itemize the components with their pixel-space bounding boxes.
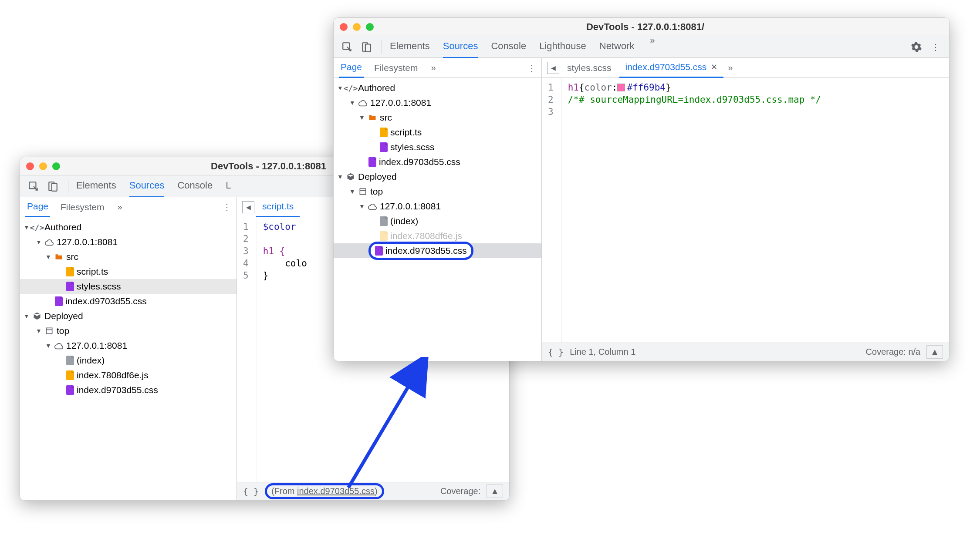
collapse-sidebar-icon[interactable]: ◀ bbox=[547, 62, 559, 74]
tab-elements[interactable]: Elements bbox=[390, 35, 430, 58]
tree-top[interactable]: ▼top bbox=[334, 184, 541, 199]
file-tree: ▼</>Authored ▼127.0.0.1:8081 ▼src script… bbox=[20, 217, 237, 500]
inspect-icon[interactable] bbox=[340, 40, 355, 54]
kebab-icon[interactable]: ⋮ bbox=[223, 202, 231, 212]
tab-console[interactable]: Console bbox=[177, 175, 213, 198]
code-content[interactable]: $color h1 { colo} bbox=[257, 217, 313, 482]
inspect-icon[interactable] bbox=[26, 179, 41, 194]
code-token: { bbox=[579, 82, 585, 93]
more-tabs-icon[interactable]: » bbox=[725, 63, 735, 73]
close-tab-icon[interactable]: ✕ bbox=[711, 62, 717, 72]
tree-host2[interactable]: ▼127.0.0.1:8081 bbox=[20, 338, 237, 353]
main-area: Page Filesystem » ⋮ ▼</>Authored ▼127.0.… bbox=[334, 58, 949, 361]
tab-lighthouse-partial[interactable]: L bbox=[226, 175, 231, 198]
code-token: /*# sourceMappingURL=index.d9703d55.css.… bbox=[568, 94, 821, 105]
titlebar[interactable]: DevTools - 127.0.0.1:8081/ bbox=[334, 18, 949, 36]
close-icon[interactable] bbox=[340, 23, 348, 31]
tree-label: script.ts bbox=[77, 266, 108, 277]
gear-icon[interactable] bbox=[909, 40, 924, 54]
tab-console[interactable]: Console bbox=[491, 35, 526, 58]
tab-label: index.d9703d55.css bbox=[625, 62, 707, 72]
tab-lighthouse[interactable]: Lighthouse bbox=[539, 35, 586, 58]
close-icon[interactable] bbox=[26, 162, 34, 170]
tree-file-script-ts[interactable]: script.ts bbox=[334, 125, 541, 140]
box-icon bbox=[32, 311, 42, 321]
code-icon: </> bbox=[346, 83, 355, 93]
tree-host2[interactable]: ▼127.0.0.1:8081 bbox=[334, 199, 541, 214]
devtools-window-front: DevTools - 127.0.0.1:8081/ Elements Sour… bbox=[333, 17, 950, 361]
source-link[interactable]: index.d9703d55.css bbox=[297, 486, 375, 496]
tree-file-styles-scss[interactable]: styles.scss bbox=[334, 140, 541, 155]
sidebar-tabs: Page Filesystem » ⋮ bbox=[20, 197, 237, 217]
collapse-sidebar-icon[interactable]: ◀ bbox=[242, 201, 254, 213]
tree-file-index-css2[interactable]: index.d9703d55.css bbox=[20, 383, 237, 397]
color-swatch-icon[interactable] bbox=[617, 84, 625, 91]
tree-top[interactable]: ▼top bbox=[20, 323, 237, 338]
tree-file-index-css[interactable]: index.d9703d55.css bbox=[334, 155, 541, 169]
sources-sidebar: Page Filesystem » ⋮ ▼</>Authored ▼127.0.… bbox=[20, 197, 237, 500]
tree-authored[interactable]: ▼</>Authored bbox=[334, 81, 541, 95]
tree-deployed[interactable]: ▼Deployed bbox=[334, 169, 541, 184]
tree-label: index.d9703d55.css bbox=[77, 385, 158, 395]
tree-file-index[interactable]: (index) bbox=[20, 353, 237, 368]
tree-label: styles.scss bbox=[390, 142, 435, 152]
tree-folder-src[interactable]: ▼src bbox=[334, 110, 541, 125]
code-content[interactable]: h1{color:#ff69b4}/*# sourceMappingURL=in… bbox=[562, 78, 828, 343]
tab-page[interactable]: Page bbox=[339, 58, 364, 78]
editor-tab-script-ts[interactable]: script.ts bbox=[256, 197, 300, 217]
code-token: colo bbox=[263, 258, 307, 269]
tab-page[interactable]: Page bbox=[25, 197, 50, 217]
device-icon[interactable] bbox=[359, 40, 374, 54]
tab-sources[interactable]: Sources bbox=[443, 35, 478, 58]
box-icon bbox=[346, 172, 355, 182]
tree-host[interactable]: ▼127.0.0.1:8081 bbox=[334, 95, 541, 110]
coverage-expand-icon[interactable]: ▲ bbox=[487, 485, 503, 498]
more-tabs-icon[interactable]: » bbox=[115, 202, 125, 212]
tab-network[interactable]: Network bbox=[599, 35, 635, 58]
tree-file-index-css2[interactable]: index.d9703d55.css bbox=[334, 243, 541, 258]
statusbar: { } Line 1, Column 1 Coverage: n/a ▲ bbox=[542, 343, 949, 361]
tree-file-index-js-partial[interactable]: index.7808df6e.js bbox=[334, 229, 541, 243]
kebab-icon[interactable]: ⋮ bbox=[928, 40, 943, 54]
tree-folder-src[interactable]: ▼src bbox=[20, 249, 237, 264]
from-label: (From bbox=[271, 486, 297, 496]
editor-tab-styles-scss[interactable]: styles.scss bbox=[561, 58, 618, 77]
device-icon[interactable] bbox=[45, 179, 60, 194]
tab-sources[interactable]: Sources bbox=[129, 175, 165, 198]
more-tabs-icon[interactable]: » bbox=[648, 35, 658, 58]
code-token: #ff69b4 bbox=[627, 82, 666, 93]
tree-authored[interactable]: ▼</>Authored bbox=[20, 220, 237, 235]
frame-icon bbox=[358, 187, 368, 196]
tab-filesystem[interactable]: Filesystem bbox=[59, 198, 106, 217]
tree-file-script-ts[interactable]: script.ts bbox=[20, 264, 237, 279]
tree-label: Authored bbox=[44, 222, 81, 232]
tree-file-index[interactable]: (index) bbox=[334, 214, 541, 229]
coverage-label: Coverage: bbox=[440, 486, 480, 496]
tree-label: index.d9703d55.css bbox=[379, 157, 460, 167]
line-number: 3 bbox=[243, 245, 249, 257]
sidebar-tabs: Page Filesystem » ⋮ bbox=[334, 58, 541, 78]
file-icon bbox=[368, 157, 376, 167]
pretty-print-icon[interactable]: { } bbox=[243, 486, 259, 497]
tree-deployed[interactable]: ▼Deployed bbox=[20, 309, 237, 323]
editor-tab-index-css[interactable]: index.d9703d55.css✕ bbox=[619, 58, 724, 78]
tab-elements[interactable]: Elements bbox=[76, 175, 116, 198]
file-icon bbox=[380, 231, 388, 241]
tree-file-styles-scss[interactable]: styles.scss bbox=[20, 279, 237, 294]
tree-host[interactable]: ▼127.0.0.1:8081 bbox=[20, 235, 237, 249]
coverage-expand-icon[interactable]: ▲ bbox=[926, 345, 943, 359]
more-tabs-icon[interactable]: » bbox=[428, 63, 438, 73]
line-number: 1 bbox=[548, 81, 554, 94]
code-editor[interactable]: 1 2 3 h1{color:#ff69b4}/*# sourceMapping… bbox=[542, 78, 949, 343]
code-token: : bbox=[612, 82, 618, 93]
divider bbox=[382, 40, 382, 54]
kebab-icon[interactable]: ⋮ bbox=[527, 63, 536, 73]
file-icon bbox=[66, 356, 74, 365]
tree-file-index-css[interactable]: index.d9703d55.css bbox=[20, 294, 237, 309]
frame-icon bbox=[44, 326, 54, 336]
pretty-print-icon[interactable]: { } bbox=[548, 347, 564, 357]
svg-rect-2 bbox=[52, 183, 57, 191]
source-link-highlight: (From index.d9703d55.css) bbox=[265, 483, 384, 499]
tree-file-index-js[interactable]: index.7808df6e.js bbox=[20, 368, 237, 383]
tab-filesystem[interactable]: Filesystem bbox=[372, 58, 419, 77]
